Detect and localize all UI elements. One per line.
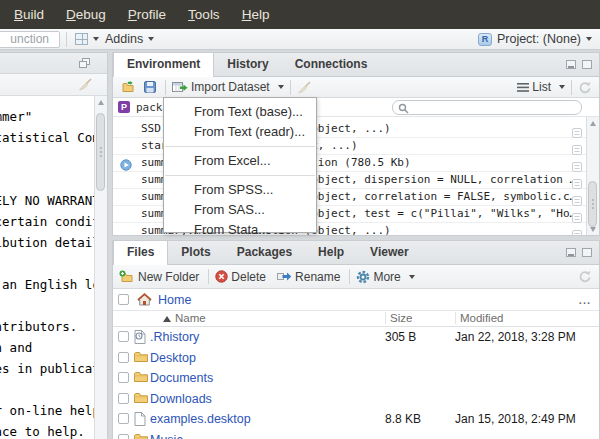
load-workspace-icon[interactable] bbox=[122, 81, 138, 93]
row-checkbox[interactable] bbox=[118, 434, 129, 439]
project-selector-button[interactable]: R Project: (None) bbox=[478, 32, 592, 46]
delete-button[interactable]: Delete bbox=[215, 270, 269, 284]
file-name-link[interactable]: examples.desktop bbox=[150, 409, 251, 430]
console-output[interactable]: R version 3.4.2 (2017-09-28) -- "Short S… bbox=[0, 96, 94, 439]
tab-plots[interactable]: Plots bbox=[168, 241, 223, 264]
console-line bbox=[0, 379, 94, 400]
menu-item-from-spss[interactable]: From SPSS... bbox=[164, 180, 316, 200]
menu-separator bbox=[165, 175, 315, 176]
row-checkbox[interactable] bbox=[118, 393, 129, 404]
menubar: Build Debug Profile Tools Help bbox=[0, 0, 600, 29]
sort-ascending-icon bbox=[163, 316, 171, 322]
package-environment-icon: P bbox=[118, 101, 130, 113]
delete-label: Delete bbox=[231, 270, 266, 284]
folder-icon bbox=[134, 392, 148, 404]
folder-name-link[interactable]: Downloads bbox=[150, 389, 212, 410]
rename-button[interactable]: Rename bbox=[277, 270, 343, 284]
list-view-icon bbox=[517, 83, 529, 92]
tab-environment[interactable]: Environment bbox=[113, 53, 214, 77]
file-row[interactable]: .Rhistory 305 B Jan 22, 2018, 3:28 PM bbox=[113, 327, 599, 348]
menu-item-from-sas[interactable]: From SAS... bbox=[164, 200, 316, 220]
console-scrollbar[interactable] bbox=[94, 96, 107, 439]
scrollbar-thumb[interactable] bbox=[96, 113, 105, 191]
column-header-modified[interactable]: Modified bbox=[455, 312, 503, 324]
search-icon bbox=[398, 103, 409, 114]
main-toolbar: unction Addins R Project: (None) bbox=[0, 29, 600, 50]
maximize-pane-icon[interactable] bbox=[582, 60, 592, 69]
chevron-down-icon bbox=[586, 37, 592, 41]
file-row[interactable]: Desktop bbox=[113, 348, 599, 369]
scroll-up-icon[interactable] bbox=[98, 100, 104, 105]
row-checkbox[interactable] bbox=[118, 372, 129, 383]
clear-objects-broom-icon[interactable] bbox=[297, 81, 311, 94]
menu-debug[interactable]: Debug bbox=[55, 7, 117, 22]
row-checkbox[interactable] bbox=[118, 331, 129, 342]
maximize-pane-icon[interactable] bbox=[582, 248, 592, 257]
minimize-pane-icon[interactable] bbox=[566, 60, 576, 69]
import-dataset-button[interactable]: Import Dataset bbox=[172, 80, 284, 94]
scroll-up-icon[interactable] bbox=[590, 121, 596, 126]
goto-file-function-input[interactable]: unction bbox=[0, 31, 60, 48]
menu-build[interactable]: Build bbox=[3, 7, 55, 22]
breadcrumb-home-link[interactable]: Home bbox=[158, 293, 191, 307]
tab-help[interactable]: Help bbox=[305, 241, 357, 264]
environment-search-box[interactable] bbox=[392, 100, 582, 115]
column-header-name[interactable]: Name bbox=[175, 312, 206, 324]
row-checkbox[interactable] bbox=[118, 352, 129, 363]
view-mode-button[interactable]: List bbox=[517, 80, 565, 94]
file-row[interactable]: Music bbox=[113, 430, 599, 439]
folder-name-link[interactable]: Documents bbox=[150, 368, 213, 389]
environment-search-input[interactable] bbox=[411, 101, 576, 114]
folder-icon bbox=[134, 371, 148, 383]
minimize-pane-icon[interactable] bbox=[566, 248, 576, 257]
new-folder-label: New Folder bbox=[138, 270, 199, 284]
menu-item-from-text-base[interactable]: From Text (base)... bbox=[164, 102, 316, 122]
import-dataset-icon bbox=[172, 81, 188, 93]
save-workspace-icon[interactable] bbox=[144, 81, 156, 93]
tab-viewer[interactable]: Viewer bbox=[357, 241, 421, 264]
menu-tools[interactable]: Tools bbox=[177, 7, 231, 22]
addins-button[interactable]: Addins bbox=[105, 32, 154, 46]
select-all-checkbox[interactable] bbox=[118, 294, 129, 305]
new-folder-button[interactable]: New Folder bbox=[119, 270, 202, 284]
tab-packages[interactable]: Packages bbox=[224, 241, 305, 264]
scroll-down-icon[interactable] bbox=[590, 227, 596, 232]
row-checkbox[interactable] bbox=[118, 413, 129, 424]
file-size: 305 B bbox=[385, 327, 416, 348]
tab-files[interactable]: Files bbox=[113, 241, 168, 265]
console-line: Type 'demo()' for some demos, 'help()' f… bbox=[0, 400, 94, 421]
file-name-link[interactable]: .Rhistory bbox=[150, 327, 199, 348]
scrollbar-thumb[interactable] bbox=[588, 181, 597, 227]
environment-tabbar: Environment History Connections bbox=[113, 53, 599, 77]
menu-help[interactable]: Help bbox=[231, 7, 281, 22]
console-header bbox=[0, 53, 107, 74]
view-function-icon[interactable] bbox=[572, 226, 582, 235]
console-line: Type 'license()' or 'licence()' for dist… bbox=[0, 232, 94, 253]
console-line bbox=[0, 253, 94, 274]
menu-item-from-stata[interactable]: From Stata... bbox=[164, 220, 316, 240]
more-button[interactable]: More bbox=[356, 270, 414, 284]
tab-history[interactable]: History bbox=[214, 53, 281, 76]
menu-item-from-text-readr[interactable]: From Text (readr)... bbox=[164, 122, 316, 142]
gear-icon bbox=[356, 270, 370, 284]
file-row[interactable]: Downloads bbox=[113, 389, 599, 410]
refresh-icon[interactable] bbox=[578, 81, 591, 94]
rename-label: Rename bbox=[295, 270, 340, 284]
file-row[interactable]: examples.desktop 8.8 KB Jan 15, 2018, 2:… bbox=[113, 409, 599, 430]
file-row[interactable]: Documents bbox=[113, 368, 599, 389]
column-header-size[interactable]: Size bbox=[385, 312, 412, 324]
clear-console-broom-icon[interactable] bbox=[78, 78, 92, 91]
console-line: R is a collaborative project with many c… bbox=[0, 316, 94, 337]
restore-pane-icon[interactable] bbox=[79, 58, 91, 68]
breadcrumb-overflow-button[interactable]: ... bbox=[579, 294, 591, 306]
refresh-icon[interactable] bbox=[578, 270, 591, 283]
environment-scrollbar[interactable] bbox=[586, 117, 599, 235]
pane-layout-button[interactable] bbox=[75, 33, 99, 45]
tab-connections[interactable]: Connections bbox=[282, 53, 381, 76]
delete-icon bbox=[215, 270, 228, 283]
console-line: You are welcome to redistribute it under… bbox=[0, 211, 94, 232]
menu-item-from-excel[interactable]: From Excel... bbox=[164, 151, 316, 171]
menu-profile[interactable]: Profile bbox=[117, 7, 177, 22]
folder-name-link[interactable]: Music bbox=[150, 430, 183, 439]
folder-name-link[interactable]: Desktop bbox=[150, 348, 196, 369]
